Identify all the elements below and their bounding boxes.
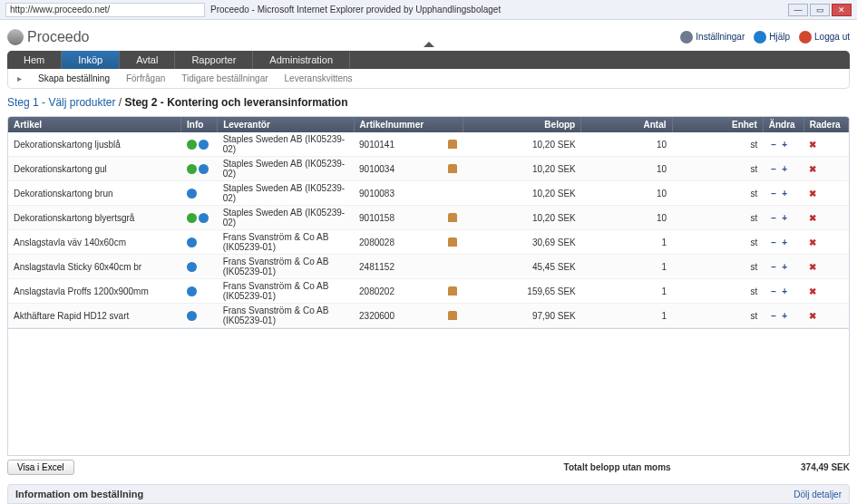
delete-button[interactable]: ✖ <box>809 189 816 199</box>
increase-button[interactable]: + <box>779 189 790 199</box>
cell-belopp: 30,69 SEK <box>463 230 580 255</box>
eco-icon <box>187 164 197 174</box>
table-row[interactable]: Dekorationskartong gulStaples Sweden AB … <box>8 157 849 181</box>
bag-icon <box>448 286 457 296</box>
maximize-button[interactable]: ▭ <box>810 4 830 16</box>
increase-button[interactable]: + <box>779 286 790 296</box>
delete-button[interactable]: ✖ <box>809 237 816 247</box>
increase-button[interactable]: + <box>779 164 790 174</box>
cell-antal: 1 <box>581 255 672 279</box>
col-info[interactable]: Info <box>181 117 218 132</box>
nav-tab-inköp[interactable]: Inköp <box>62 51 120 69</box>
cell-leverantor: Staples Sweden AB (IK05239-02) <box>218 157 354 181</box>
delete-button[interactable]: ✖ <box>809 164 816 174</box>
delete-button[interactable]: ✖ <box>809 262 816 272</box>
decrease-button[interactable]: − <box>768 262 779 272</box>
cell-leverantor: Staples Sweden AB (IK05239-02) <box>218 132 354 157</box>
col-belopp[interactable]: Belopp <box>463 117 580 132</box>
cell-enhet: st <box>672 132 763 157</box>
nav-tab-administration[interactable]: Administration <box>253 51 350 69</box>
info-icon[interactable] <box>187 237 197 247</box>
info-icon[interactable] <box>187 189 197 199</box>
help-link[interactable]: Hjälp <box>754 31 790 44</box>
logout-link[interactable]: Logga ut <box>799 31 850 44</box>
minimize-button[interactable]: — <box>788 4 808 16</box>
info-icon[interactable] <box>199 164 209 174</box>
cell-artnr: 2080202 <box>354 279 463 304</box>
cell-info <box>181 230 218 255</box>
subnav-item[interactable]: Skapa beställning <box>38 73 110 83</box>
subnav-item[interactable]: Leveranskvittens <box>285 73 353 83</box>
total-label: Totalt belopp utan moms <box>564 462 671 472</box>
decrease-button[interactable]: − <box>768 140 779 150</box>
col-radera[interactable]: Radera <box>803 117 848 132</box>
settings-link[interactable]: Inställningar <box>680 31 745 44</box>
col-antal[interactable]: Antal <box>581 117 672 132</box>
table-empty-area <box>7 329 850 456</box>
table-row[interactable]: Dekorationskartong brunStaples Sweden AB… <box>8 181 849 206</box>
increase-button[interactable]: + <box>779 262 790 272</box>
subnav-item[interactable]: Förfrågan <box>126 73 165 83</box>
col-enhet[interactable]: Enhet <box>672 117 763 132</box>
cell-andra: −+ <box>763 157 803 181</box>
info-icon[interactable] <box>187 262 197 272</box>
delete-button[interactable]: ✖ <box>809 311 816 321</box>
breadcrumb-step2: Steg 2 - Kontering och leveransinformati… <box>124 96 347 109</box>
info-section-header: Information om beställning Dölj detaljer <box>7 484 850 504</box>
cell-antal: 1 <box>581 279 672 304</box>
table-row[interactable]: Dekorationskartong blyertsgråStaples Swe… <box>8 206 849 230</box>
close-button[interactable]: ✕ <box>832 4 852 16</box>
delete-button[interactable]: ✖ <box>809 140 816 150</box>
nav-tab-hem[interactable]: Hem <box>7 51 62 69</box>
cell-artikel: Dekorationskartong ljusblå <box>8 132 181 157</box>
table-row[interactable]: Anslagstavla Sticky 60x40cm brFrans Svan… <box>8 255 849 279</box>
nav-tab-rapporter[interactable]: Rapporter <box>175 51 253 69</box>
decrease-button[interactable]: − <box>768 189 779 199</box>
table-row[interactable]: Dekorationskartong ljusblåStaples Sweden… <box>8 132 849 157</box>
info-icon[interactable] <box>199 213 209 223</box>
decrease-button[interactable]: − <box>768 286 779 296</box>
col-leverantor[interactable]: Leverantör <box>218 117 354 132</box>
col-andra[interactable]: Ändra <box>763 117 803 132</box>
decrease-button[interactable]: − <box>768 213 779 223</box>
url-text: http://www.proceedo.net/ <box>10 5 110 15</box>
collapse-handle-icon[interactable] <box>423 40 435 47</box>
info-icon[interactable] <box>187 311 197 321</box>
cell-artikel: Dekorationskartong brun <box>8 181 181 206</box>
subnav-item[interactable]: Tidigare beställningar <box>181 73 268 83</box>
eco-icon <box>187 213 197 223</box>
breadcrumb-step1[interactable]: Steg 1 - Välj produkter <box>7 96 119 109</box>
decrease-button[interactable]: − <box>768 164 779 174</box>
cell-enhet: st <box>672 230 763 255</box>
cell-radera: ✖ <box>803 206 848 230</box>
delete-button[interactable]: ✖ <box>809 213 816 223</box>
decrease-button[interactable]: − <box>768 237 779 247</box>
decrease-button[interactable]: − <box>768 311 779 321</box>
table-row[interactable]: Akthäftare Rapid HD12 svartFrans Svanstr… <box>8 304 849 328</box>
info-icon[interactable] <box>187 286 197 296</box>
table-row[interactable]: Anslagstavla Proffs 1200x900mmFrans Svan… <box>8 279 849 304</box>
logo-glyph-icon <box>7 29 24 45</box>
eco-icon <box>187 140 197 150</box>
increase-button[interactable]: + <box>779 213 790 223</box>
increase-button[interactable]: + <box>779 237 790 247</box>
hide-details-link[interactable]: Dölj detaljer <box>794 489 842 499</box>
help-icon <box>754 31 766 44</box>
cell-info <box>181 206 218 230</box>
table-row[interactable]: Anslagstavla väv 140x60cmFrans Svanström… <box>8 230 849 255</box>
cell-andra: −+ <box>763 230 803 255</box>
export-excel-button[interactable]: Visa i Excel <box>7 460 74 475</box>
nav-tab-avtal[interactable]: Avtal <box>120 51 175 69</box>
cell-belopp: 10,20 SEK <box>463 206 580 230</box>
cell-andra: −+ <box>763 132 803 157</box>
url-bar[interactable]: http://www.proceedo.net/ <box>5 3 205 17</box>
delete-button[interactable]: ✖ <box>809 286 816 296</box>
col-artikel[interactable]: Artikel <box>8 117 181 132</box>
cell-info <box>181 279 218 304</box>
col-artikelnummer[interactable]: Artikelnummer <box>354 117 463 132</box>
cell-antal: 1 <box>581 304 672 328</box>
bag-icon <box>448 213 457 222</box>
increase-button[interactable]: + <box>779 311 790 321</box>
info-icon[interactable] <box>199 140 209 150</box>
increase-button[interactable]: + <box>779 140 790 150</box>
